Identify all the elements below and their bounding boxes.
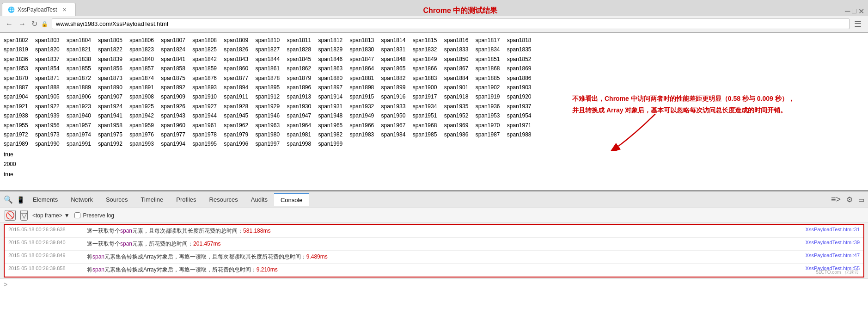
devtools-dock-icon[interactable]: ▭ [856,193,866,206]
span-row-4: span1870 span1871 span1872 span1873 span… [4,74,864,83]
span-row-0: span1802 span1803 span1804 span1805 span… [4,36,864,45]
tab-network[interactable]: Network [64,193,99,206]
entry-timestamp-1: 2015-05-18 00:26:39.840 [5,240,83,245]
console-area: 2015-05-18 00:26:39.638 逐一获取每个span元素，且每次… [4,224,864,278]
console-toolbar: 🚫 ▽ <top frame> ▼ Preserve log [0,208,868,223]
console-clear-button[interactable]: 🚫 [5,210,16,221]
console-entry-1: 2015-05-18 00:26:39.840 逐一获取每个span元素，所花费… [5,238,863,251]
entry-timestamp-2: 2015-05-18 00:26:39.849 [5,253,83,258]
back-button[interactable]: ← [4,19,15,29]
tab-bar: 🌐 XssPayloadTest × Chrome 中的测试结果 ─ □ ✕ [0,0,868,16]
console-entry-2: 2015-05-18 00:26:39.849 将span元素集合转换成Arra… [5,251,863,264]
annotation-text: 不难看出，Chrome 中访问两者时的性能差距更明显（0.58 秒与 0.009… [572,93,859,116]
span-row-9: span1955 span1956 span1957 span1958 span… [4,121,864,130]
browser-chrome: 🌐 XssPayloadTest × Chrome 中的测试结果 ─ □ ✕ ←… [0,0,868,33]
preserve-log-text: Preserve log [83,212,114,219]
devtools-tab-bar: 🔍 📱 Elements Network Sources Timeline Pr… [0,191,868,208]
tab-elements[interactable]: Elements [26,193,64,206]
entry-message-2: 将span元素集合转换成Array对象后，再逐一读取，且每次都读取其长度所花费的… [83,253,806,261]
span-row-11: span1989 span1990 span1991 span1992 span… [4,139,864,148]
span-row-3: span1853 span1854 span1855 span1856 span… [4,64,864,73]
tab-console[interactable]: Console [274,193,309,206]
page-title-overlay: Chrome 中的测试结果 [76,4,845,16]
devtools-mobile-icon[interactable]: 📱 [15,194,26,205]
entry-message-1: 逐一获取每个span元素，所花费的总时间：201.457ms [83,240,806,248]
red-arrow [609,114,665,151]
entry-message-0: 逐一获取每个span元素，且每次都读取其长度所花费的总时间：581.188ms [83,227,806,235]
minimize-button[interactable]: ─ [845,7,850,16]
preserve-log-label[interactable]: Preserve log [74,212,114,219]
console-entry-0: 2015-05-18 00:26:39.638 逐一获取每个span元素，且每次… [5,225,863,238]
value-2000: 2000 [4,160,864,170]
value-true-1: true [4,150,864,160]
maximize-button[interactable]: □ [852,7,856,16]
span-row-10: span1972 span1973 span1974 span1975 span… [4,130,864,139]
entry-timestamp-3: 2015-05-18 00:26:39.858 [5,265,83,271]
forward-button[interactable]: → [17,19,28,29]
tab-title: XssPayloadTest [18,6,57,13]
span-row-2: span1836 span1837 span1838 span1839 span… [4,55,864,64]
entry-source-2[interactable]: XssPayloadTest.html:47 [806,253,863,258]
secure-icon: 🔒 [41,21,48,27]
tab-close-button[interactable]: × [62,6,66,13]
frame-label: <top frame> [32,212,62,219]
console-prompt-icon: > [4,281,7,288]
refresh-button[interactable]: ↻ [30,18,39,29]
span-row-5: span1887 span1888 span1889 span1890 span… [4,83,864,92]
watermark: 51CTO.com 亿速云 [816,269,859,276]
span-list: span1802 span1803 span1804 span1805 span… [4,36,864,149]
active-tab[interactable]: 🌐 XssPayloadTest × [2,3,76,16]
window-controls: ─ □ ✕ [845,7,864,16]
tab-timeline[interactable]: Timeline [134,193,170,206]
value-true-2: true [4,170,864,180]
tab-resources[interactable]: Resources [203,193,245,206]
console-filter-button[interactable]: ▽ [20,210,28,221]
settings-button[interactable]: ☰ [851,18,864,30]
entry-source-0[interactable]: XssPayloadTest.html:31 [806,227,863,232]
nav-bar: ← → ↻ 🔒 ☰ [0,16,868,32]
close-window-button[interactable]: ✕ [858,7,864,16]
console-input-bar: > [0,278,868,290]
devtools-panel: 🔍 📱 Elements Network Sources Timeline Pr… [0,190,868,290]
page-content: span1802 span1803 span1804 span1805 span… [0,33,868,190]
annotation-block: 不难看出，Chrome 中访问两者时的性能差距更明显（0.58 秒与 0.009… [572,93,859,116]
console-input[interactable] [11,281,864,288]
devtools-right-controls: ≡> ⚙ ▭ [829,193,866,206]
devtools-settings-icon[interactable]: ⚙ [844,193,855,206]
frame-dropdown-icon: ▼ [64,212,70,219]
output-values: true 2000 true [4,150,864,180]
console-entry-3: 2015-05-18 00:26:39.858 将span元素集合转换成Arra… [5,264,863,277]
tab-audits[interactable]: Audits [245,193,274,206]
tab-favicon: 🌐 [8,6,15,13]
devtools-search-icon[interactable]: 🔍 [2,193,15,206]
frame-selector[interactable]: <top frame> ▼ [32,212,70,219]
entry-source-1[interactable]: XssPayloadTest.html:39 [806,240,863,245]
annotation-line1: 不难看出，Chrome 中访问两者时的性能差距更明显（0.58 秒与 0.009… [572,93,859,105]
preserve-log-checkbox[interactable] [74,212,80,218]
address-bar[interactable] [52,18,850,29]
entry-message-3: 将span元素集合转换成Array对象后，再逐一读取，所花费的总时间：9.210… [83,265,806,274]
tab-profiles[interactable]: Profiles [170,193,202,206]
entry-timestamp-0: 2015-05-18 00:26:39.638 [5,227,83,232]
span-row-1: span1819 span1820 span1821 span1822 span… [4,45,864,54]
tab-sources[interactable]: Sources [99,193,134,206]
devtools-execute-icon[interactable]: ≡> [829,193,843,206]
